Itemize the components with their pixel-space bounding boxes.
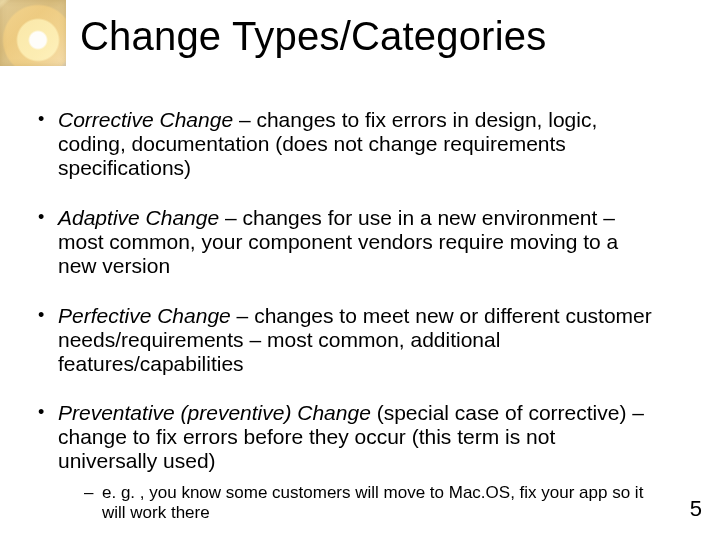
sub-bullet-item: e. g. , you know some customers will mov… [84, 483, 660, 523]
bullet-term: Preventative (preventive) Change [58, 401, 371, 424]
bullet-item: Perfective Change – changes to meet new … [36, 304, 660, 376]
bullet-item: Adaptive Change – changes for use in a n… [36, 206, 660, 278]
sub-bullet-list: e. g. , you know some customers will mov… [58, 483, 660, 523]
decorative-corner-image [0, 0, 66, 66]
bullet-list: Corrective Change – changes to fix error… [36, 108, 660, 523]
slide: Change Types/Categories Corrective Chang… [0, 0, 720, 540]
bullet-term: Corrective Change [58, 108, 233, 131]
slide-title: Change Types/Categories [80, 14, 680, 59]
bullet-term: Adaptive Change [58, 206, 219, 229]
bullet-term: Perfective Change [58, 304, 231, 327]
sub-bullet-text: e. g. , you know some customers will mov… [102, 483, 643, 522]
bullet-item: Corrective Change – changes to fix error… [36, 108, 660, 180]
page-number: 5 [690, 496, 702, 522]
slide-body: Corrective Change – changes to fix error… [36, 108, 660, 540]
bullet-item: Preventative (preventive) Change (specia… [36, 401, 660, 523]
